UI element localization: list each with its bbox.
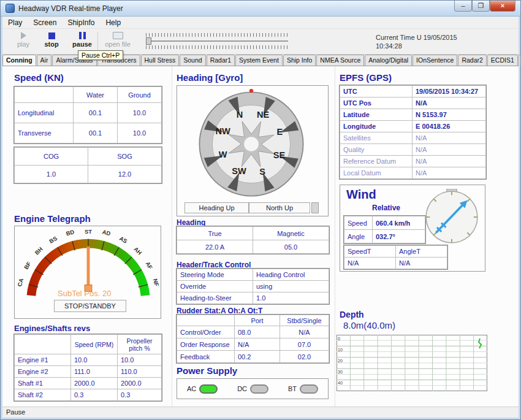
svg-text:W: W xyxy=(219,150,227,159)
svg-text:S: S xyxy=(259,167,265,177)
play-button[interactable]: play xyxy=(9,31,38,53)
power-title: Power Supply xyxy=(177,365,237,376)
engines-title: Engines/Shafts revs xyxy=(14,324,90,333)
table-row: Latitude N 5153.97 xyxy=(340,109,486,121)
rudder-table: Port Stbd/Single Control/Order 08.0 N/A … xyxy=(177,315,329,363)
subtel-position: SubTel Pos. 20 xyxy=(58,289,111,298)
svg-text:NE: NE xyxy=(257,110,270,120)
dc-led-off xyxy=(250,384,268,394)
svg-text:BS: BS xyxy=(48,235,58,245)
svg-text:30: 30 xyxy=(338,370,343,374)
power-bt: BT xyxy=(288,384,318,394)
rudder-title: Rudder Stat:A Oh:A Ot:T xyxy=(177,307,262,315)
svg-text:BH: BH xyxy=(34,246,44,256)
pause-icon xyxy=(79,32,86,39)
current-time: Current Time U 19/05/2015 10:34:28 xyxy=(376,33,457,50)
tab-radar1[interactable]: Radar1 xyxy=(207,55,235,66)
pause-button[interactable]: pause xyxy=(67,31,97,53)
svg-text:SE: SE xyxy=(273,150,286,160)
table-row: Angle 032.7° xyxy=(344,230,425,243)
engines-table: Speed (RPM) Propeller pitch % Engine #1 … xyxy=(14,334,162,401)
open-file-icon xyxy=(113,32,123,39)
speed-title: Speed (KN) xyxy=(14,72,64,83)
telegraph-needle xyxy=(85,246,92,292)
svg-text:AH: AH xyxy=(132,246,143,256)
tab-analog-digital[interactable]: Analog/Digital xyxy=(365,55,412,66)
slider-thumb[interactable] xyxy=(146,37,151,45)
stop-button[interactable]: stop xyxy=(37,31,66,53)
depth-value: 8.0m(40.0m) xyxy=(343,320,395,330)
heading-up-button[interactable]: Heading Up xyxy=(184,202,249,213)
menu-screen[interactable]: Screen xyxy=(28,17,62,28)
svg-text:CA: CA xyxy=(17,278,25,288)
heading-table-title: Heading xyxy=(177,218,205,227)
depth-title: Depth xyxy=(340,310,364,319)
minimize-button[interactable]: – xyxy=(454,1,472,12)
svg-text:NW: NW xyxy=(215,126,230,136)
tab-system-event[interactable]: System Event xyxy=(235,55,283,66)
power-ac: AC xyxy=(187,384,218,394)
svg-text:AF: AF xyxy=(144,261,153,270)
menu-help[interactable]: Help xyxy=(100,17,126,28)
svg-text:40: 40 xyxy=(338,381,343,385)
table-row: Override using xyxy=(177,281,329,292)
conning-page: Speed (KN) Water Ground Longitudinal 00.… xyxy=(2,66,519,407)
bt-led-off xyxy=(300,384,318,394)
table-row: Shaft #1 2000.0 2000.0 xyxy=(15,378,162,389)
depth-chart: 0 10 20 30 40 xyxy=(337,335,487,391)
window-title: Headway VDR Real-time Player xyxy=(18,4,123,13)
tab-sound[interactable]: Sound xyxy=(180,55,205,66)
table-row: Engine #2 111.0 110.0 xyxy=(15,366,162,378)
app-window: Headway VDR Real-time Player – ❐ × Play … xyxy=(0,0,521,420)
tab-air[interactable]: Air xyxy=(37,55,52,66)
tab-conning[interactable]: Conning xyxy=(2,55,36,66)
menu-shipinfo[interactable]: ShipInfo xyxy=(62,17,100,28)
tab-radar2[interactable]: Radar2 xyxy=(458,55,486,66)
wind-relative-table: Speed 060.4 km/h Angle 032.7° xyxy=(344,216,425,243)
track-control-table: Steering Mode Heading Control Override u… xyxy=(177,269,329,304)
north-up-button[interactable]: North Up xyxy=(249,202,310,213)
table-row: Control/Order 08.0 N/A xyxy=(177,326,329,338)
tab-ship-info[interactable]: Ship Info xyxy=(283,55,316,66)
window-frame-right xyxy=(519,17,520,419)
telegraph-title: Engine Telegraph xyxy=(14,213,91,224)
slider-track[interactable] xyxy=(146,37,288,45)
power-panel: AC DC BT xyxy=(177,378,329,399)
wind-dial xyxy=(424,189,480,245)
tab-ecdis2[interactable]: ECDIS2 xyxy=(519,55,521,66)
table-row: Quality N/A xyxy=(340,144,486,156)
open-file-button[interactable]: open file xyxy=(101,31,135,53)
telegraph-status-button[interactable]: STOP/STANDBY xyxy=(54,300,126,312)
speed-table: Water Ground Longitudinal 00.1 10.0 Tran… xyxy=(14,86,162,143)
wind-panel: Wind Relative Speed 060.4 km/h Angle 032… xyxy=(340,185,485,272)
compass-scroll-nub[interactable] xyxy=(311,202,319,213)
svg-text:N: N xyxy=(237,110,243,120)
svg-text:BF: BF xyxy=(23,261,32,270)
maximize-button[interactable]: ❐ xyxy=(472,1,490,12)
tab-ecdis1[interactable]: ECDIS1 xyxy=(487,55,518,66)
svg-text:0: 0 xyxy=(338,337,340,341)
app-icon xyxy=(6,4,15,13)
play-icon xyxy=(21,32,26,39)
table-row: Shaft #2 0.3 0.3 xyxy=(15,389,162,401)
slider-ticks-bottom xyxy=(146,45,288,49)
playback-slider[interactable] xyxy=(146,33,288,50)
wind-mode: Relative xyxy=(372,204,400,212)
window-frame-bottom xyxy=(1,418,520,419)
svg-text:AD: AD xyxy=(102,229,112,237)
title-bar[interactable]: Headway VDR Real-time Player – ❐ × xyxy=(1,1,520,17)
heading-table: True Magnetic 22.0 A 05.0 xyxy=(177,226,329,254)
close-button[interactable]: × xyxy=(490,1,515,12)
tab-nmea-source[interactable]: NMEA Source xyxy=(316,55,364,66)
tab-ionsentence[interactable]: IOnSentence xyxy=(413,55,457,66)
table-row: Transverse 00.1 10.0 xyxy=(15,123,162,143)
svg-text:20: 20 xyxy=(338,359,343,363)
status-bar: Pause xyxy=(2,407,519,418)
svg-text:E: E xyxy=(277,127,283,137)
svg-text:BD: BD xyxy=(66,229,75,237)
menu-bar: Play Screen ShipInfo Help xyxy=(2,17,519,29)
tab-hull-stress[interactable]: Hull Stress xyxy=(141,55,180,66)
table-row: UTC Pos N/A xyxy=(340,97,486,109)
menu-play[interactable]: Play xyxy=(2,17,28,28)
svg-text:SW: SW xyxy=(232,166,246,176)
